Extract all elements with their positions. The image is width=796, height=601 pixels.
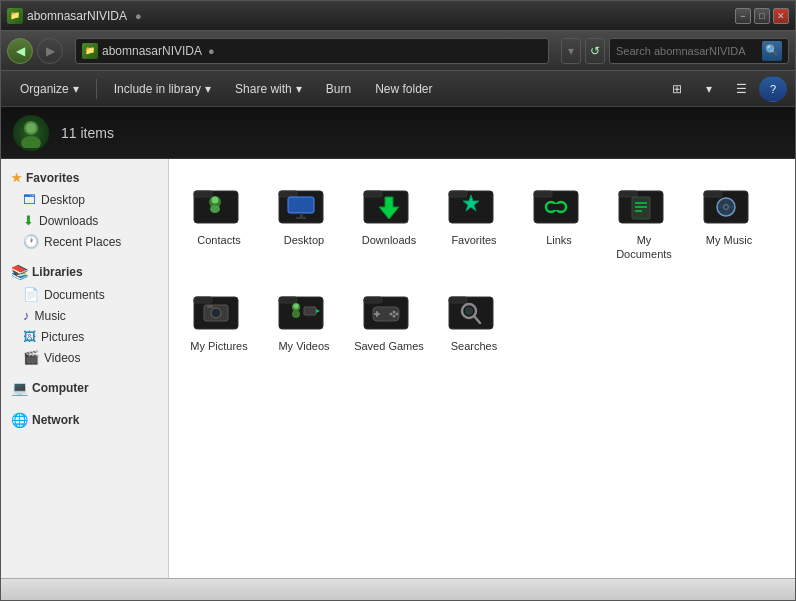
mymusic-folder-label: My Music (706, 233, 752, 247)
organize-button[interactable]: Organize ▾ (9, 76, 90, 102)
downloads-folder-label: Downloads (362, 233, 416, 247)
desktop-icon: 🗔 (23, 192, 36, 207)
folder-mypics[interactable]: My Pictures (179, 275, 259, 361)
toolbar-sep1 (96, 79, 97, 99)
address-bar[interactable]: 📁 abomnasarNIVIDA ● (75, 38, 549, 64)
documents-label: Documents (44, 288, 105, 302)
favorites-folder-label: Favorites (451, 233, 496, 247)
favorites-label: Favorites (26, 171, 79, 185)
searches-folder-label: Searches (451, 339, 497, 353)
folder-downloads[interactable]: Downloads (349, 169, 429, 270)
svg-point-46 (294, 303, 299, 308)
downloads-icon: ⬇ (23, 213, 34, 228)
network-label: Network (32, 413, 79, 427)
network-header[interactable]: 🌐 Network (1, 408, 168, 432)
network-icon: 🌐 (11, 412, 28, 428)
title-arrow: ● (135, 10, 142, 22)
view-details-arrow[interactable]: ▾ (695, 76, 723, 102)
folder-links[interactable]: Links (519, 169, 599, 270)
folder-searches[interactable]: Searches (434, 275, 514, 361)
include-library-button[interactable]: Include in library ▾ (103, 76, 222, 102)
organize-label: Organize (20, 82, 69, 96)
svg-point-56 (396, 312, 399, 315)
svg-rect-12 (296, 217, 306, 219)
music-label: Music (35, 309, 66, 323)
close-button[interactable]: ✕ (773, 8, 789, 24)
svg-rect-11 (300, 213, 303, 217)
folder-savedgames[interactable]: Saved Games (349, 275, 429, 361)
pictures-icon: 🖼 (23, 329, 36, 344)
explorer-window: 📁 abomnasarNIVIDA ● − □ ✕ ◀ ▶ 📁 abomnasa… (0, 0, 796, 601)
svg-rect-23 (554, 204, 560, 210)
include-arrow: ▾ (205, 82, 211, 96)
svg-rect-54 (374, 313, 380, 315)
mypics-folder-label: My Pictures (190, 339, 247, 353)
favorites-section: ★ Favorites 🗔 Desktop ⬇ Downloads 🕐 Rece… (1, 167, 168, 252)
sidebar-item-documents[interactable]: 📄 Documents (1, 284, 168, 305)
sidebar-item-downloads[interactable]: ⬇ Downloads (1, 210, 168, 231)
mydocs-icon (618, 177, 670, 229)
search-button[interactable]: 🔍 (762, 41, 782, 61)
folder-desktop[interactable]: Desktop (264, 169, 344, 270)
desktop-label: Desktop (41, 193, 85, 207)
nav-bar: ◀ ▶ 📁 abomnasarNIVIDA ● ▾ ↺ 🔍 (1, 31, 795, 71)
recent-label: Recent Places (44, 235, 121, 249)
svg-point-41 (213, 310, 219, 316)
folder-mydocs[interactable]: My Documents (604, 169, 684, 270)
star-icon: ★ (11, 171, 22, 185)
music-icon: ♪ (23, 308, 30, 323)
videos-icon: 🎬 (23, 350, 39, 365)
libraries-section: 📚 Libraries 📄 Documents ♪ Music 🖼 Pictur… (1, 260, 168, 368)
recent-icon: 🕐 (23, 234, 39, 249)
status-area: 11 items (1, 107, 795, 159)
sidebar-item-videos[interactable]: 🎬 Videos (1, 347, 168, 368)
folder-icon-small: 📁 (7, 8, 23, 24)
folder-contacts[interactable]: Contacts (179, 169, 259, 270)
svg-rect-20 (534, 191, 552, 197)
folder-favorites[interactable]: Favorites (434, 169, 514, 270)
favorites-header[interactable]: ★ Favorites (1, 167, 168, 189)
mypics-icon (193, 283, 245, 335)
svg-point-47 (292, 310, 300, 318)
burn-button[interactable]: Burn (315, 76, 362, 102)
downloads-icon (363, 177, 415, 229)
computer-header[interactable]: 💻 Computer (1, 376, 168, 400)
help-button[interactable]: ? (759, 76, 787, 102)
sidebar-item-pictures[interactable]: 🖼 Pictures (1, 326, 168, 347)
myvideos-icon (278, 283, 330, 335)
videos-label: Videos (44, 351, 80, 365)
view-icons-button[interactable]: ⊞ (663, 76, 691, 102)
new-folder-button[interactable]: New folder (364, 76, 443, 102)
prev-locations-button[interactable]: ▾ (561, 38, 581, 64)
file-area: Contacts Desktop (169, 159, 795, 578)
title-bar: 📁 abomnasarNIVIDA ● − □ ✕ (1, 1, 795, 31)
address-dot: ● (208, 45, 215, 57)
search-bar[interactable]: 🔍 (609, 38, 789, 64)
items-count: 11 items (61, 125, 114, 141)
layout-button[interactable]: ☰ (727, 76, 755, 102)
svg-rect-48 (304, 307, 316, 315)
organize-arrow: ▾ (73, 82, 79, 96)
maximize-button[interactable]: □ (754, 8, 770, 24)
search-input[interactable] (616, 45, 758, 57)
back-button[interactable]: ◀ (7, 38, 33, 64)
svg-point-6 (212, 197, 219, 204)
sidebar-item-desktop[interactable]: 🗔 Desktop (1, 189, 168, 210)
sidebar-item-recent[interactable]: 🕐 Recent Places (1, 231, 168, 252)
refresh-button[interactable]: ↺ (585, 38, 605, 64)
share-with-button[interactable]: Share with ▾ (224, 76, 313, 102)
links-icon (533, 177, 585, 229)
svg-point-62 (465, 307, 473, 315)
sidebar-item-music[interactable]: ♪ Music (1, 305, 168, 326)
bottom-bar (1, 578, 795, 600)
folder-myvideos[interactable]: My Videos (264, 275, 344, 361)
share-arrow: ▾ (296, 82, 302, 96)
minimize-button[interactable]: − (735, 8, 751, 24)
forward-button[interactable]: ▶ (37, 38, 63, 64)
folder-mymusic[interactable]: My Music (689, 169, 769, 270)
main-area: ★ Favorites 🗔 Desktop ⬇ Downloads 🕐 Rece… (1, 159, 795, 578)
address-text: abomnasarNIVIDA (102, 44, 202, 58)
libraries-header[interactable]: 📚 Libraries (1, 260, 168, 284)
svg-rect-42 (207, 305, 213, 308)
share-label: Share with (235, 82, 292, 96)
